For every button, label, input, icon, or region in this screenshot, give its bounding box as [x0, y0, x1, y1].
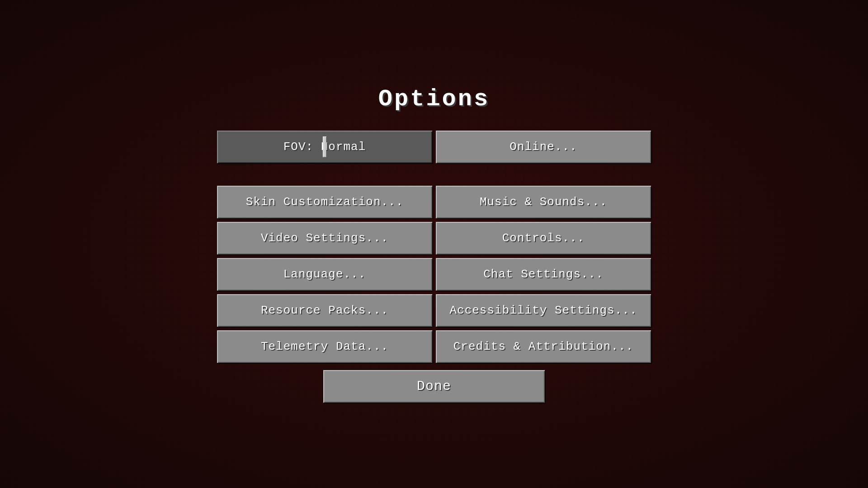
done-label: Done: [417, 379, 451, 394]
button-grid: Skin Customization...Music & Sounds...Vi…: [217, 186, 651, 363]
online-button[interactable]: Online...: [436, 131, 651, 163]
fov-button[interactable]: FOV: Normal: [217, 131, 432, 163]
done-button-wrap: Done: [217, 370, 651, 403]
chat-settings-label: Chat Settings...: [483, 267, 604, 281]
done-button[interactable]: Done: [323, 370, 545, 403]
accessibility-settings-button[interactable]: Accessibility Settings...: [436, 294, 651, 327]
top-row: FOV: Normal Online...: [217, 131, 651, 163]
language-button[interactable]: Language...: [217, 258, 432, 291]
credits-attribution-label: Credits & Attribution...: [453, 340, 633, 353]
video-settings-label: Video Settings...: [261, 231, 388, 245]
video-settings-button[interactable]: Video Settings...: [217, 222, 432, 254]
music-sounds-button[interactable]: Music & Sounds...: [436, 186, 651, 218]
chat-settings-button[interactable]: Chat Settings...: [436, 258, 651, 291]
accessibility-settings-label: Accessibility Settings...: [449, 304, 637, 317]
language-label: Language...: [283, 267, 366, 281]
fov-slider-handle[interactable]: [323, 136, 326, 157]
skin-customization-button[interactable]: Skin Customization...: [217, 186, 432, 218]
controls-button[interactable]: Controls...: [436, 222, 651, 254]
telemetry-data-button[interactable]: Telemetry Data...: [217, 330, 432, 363]
credits-attribution-button[interactable]: Credits & Attribution...: [436, 330, 651, 363]
options-container: Options FOV: Normal Online... Skin Custo…: [217, 86, 651, 403]
resource-packs-label: Resource Packs...: [261, 304, 388, 317]
music-sounds-label: Music & Sounds...: [480, 195, 607, 209]
resource-packs-button[interactable]: Resource Packs...: [217, 294, 432, 327]
skin-customization-label: Skin Customization...: [246, 195, 404, 209]
controls-label: Controls...: [502, 231, 585, 245]
page-title: Options: [378, 86, 490, 113]
online-label: Online...: [509, 140, 577, 154]
telemetry-data-label: Telemetry Data...: [261, 340, 388, 353]
